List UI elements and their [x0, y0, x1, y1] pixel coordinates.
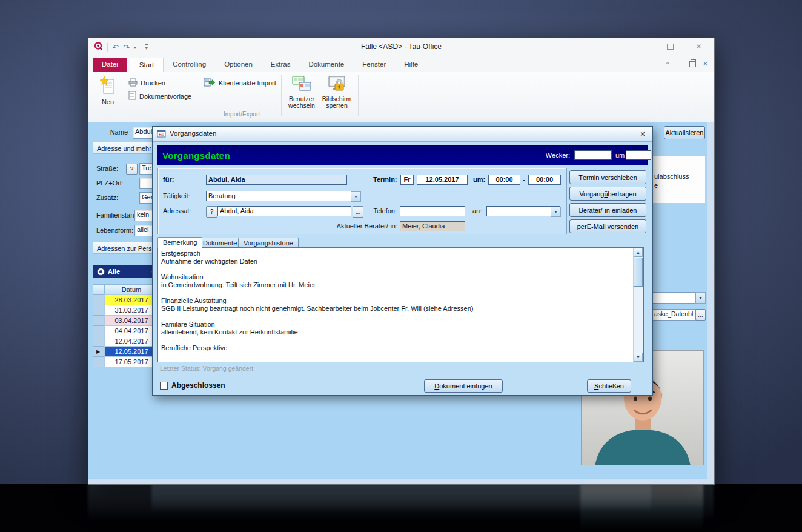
dialog-titlebar[interactable]: Vorgangsdaten ✕: [153, 127, 652, 142]
bildschirm-sperren-button[interactable]: Bildschirm sperren: [320, 75, 353, 109]
close-icon: ✕: [640, 130, 645, 138]
tab-hilfe[interactable]: Hilfe: [395, 58, 427, 72]
row-selector[interactable]: [93, 315, 105, 326]
scrollbar-thumb[interactable]: [634, 258, 643, 287]
abgeschlossen-checkbox[interactable]: [160, 382, 168, 390]
termin-verschieben-button[interactable]: Termin verschieben: [569, 170, 646, 184]
lebensform-label: Lebensform:: [96, 227, 133, 234]
maximize-icon: [667, 44, 674, 50]
klientenakte-import-label: Klientenakte Import: [219, 79, 276, 87]
termin-date-field[interactable]: 12.05.2017: [417, 175, 468, 185]
notes-scrollbar[interactable]: ▲ ▼: [633, 248, 643, 362]
table-row[interactable]: 12.04.2017: [104, 336, 159, 347]
table-row[interactable]: 04.04.2017: [104, 325, 159, 336]
benutzer-wechseln-label: Benutzer wechseln: [286, 96, 317, 109]
ribbon-separator: [199, 75, 199, 116]
row-selector[interactable]: [93, 356, 105, 367]
ribbon-tabs: Datei Start Controlling Optionen Extras …: [93, 58, 427, 72]
printer-icon: [128, 78, 138, 88]
row-selector[interactable]: [93, 325, 105, 336]
tab-vorgangshistorie[interactable]: Vorgangshistorie: [238, 238, 299, 248]
tab-controlling[interactable]: Controlling: [164, 58, 215, 72]
mdi-close-icon[interactable]: ✕: [703, 60, 708, 68]
import-icon: [204, 78, 216, 88]
info-text-fragment: ulabschluss: [654, 173, 689, 180]
termin-day-field[interactable]: Fr: [400, 175, 414, 185]
notes-textarea[interactable]: Erstgespräch Aufnahme der wichtigsten Da…: [158, 248, 633, 362]
adressat-browse-button[interactable]: ...: [353, 206, 363, 218]
plz-ort-label: PLZ+Ort:: [96, 179, 124, 187]
window-maximize-button[interactable]: [666, 42, 675, 51]
tab-fenster[interactable]: Fenster: [353, 58, 395, 72]
window-title: Fälle <ASD> - Tau-Office: [88, 42, 714, 51]
telefon-field[interactable]: [400, 206, 465, 216]
drucken-button[interactable]: Drucken: [128, 78, 165, 88]
aktualisieren-button[interactable]: Aktualisieren: [664, 126, 705, 139]
mdi-minimize-icon[interactable]: —: [676, 61, 683, 68]
table-header-datum[interactable]: Datum: [104, 284, 159, 295]
table-row[interactable]: 17.05.2017: [104, 356, 159, 367]
neu-button[interactable]: Neu: [93, 76, 122, 105]
dokument-einfuegen-button[interactable]: Dokument einfügen: [424, 379, 503, 393]
berater-field[interactable]: Meier, Claudia: [400, 221, 465, 231]
tab-extras[interactable]: Extras: [262, 58, 300, 72]
dialog-title: Vorgangsdaten: [170, 130, 216, 137]
email-versenden-button[interactable]: per E-Mail versenden: [569, 219, 646, 233]
adressat-field[interactable]: Abdul, Aida: [217, 206, 351, 216]
radio-alle[interactable]: [97, 268, 105, 276]
taetigkeit-combo-arrow-icon[interactable]: ▾: [351, 191, 361, 202]
scroll-up-button[interactable]: ▲: [634, 248, 643, 257]
window-bottom-frame: [88, 479, 714, 484]
adressat-help-button[interactable]: ?: [206, 206, 217, 218]
ribbon-collapse-icon[interactable]: ^: [666, 61, 669, 68]
table-header-selector: [93, 284, 105, 295]
time-to-field[interactable]: 00:00: [528, 175, 561, 185]
tab-dokumente[interactable]: Dokumente: [197, 238, 242, 248]
dokumentvorlage-button[interactable]: Dokumentvorlage: [128, 91, 191, 101]
table-row[interactable]: 03.04.2017: [104, 315, 159, 326]
schliessen-button[interactable]: Schließen: [587, 379, 631, 393]
lock-screen-icon: [328, 75, 346, 94]
tab-datei[interactable]: Datei: [93, 58, 127, 72]
an-combo-arrow-icon[interactable]: ▾: [551, 207, 561, 217]
datenblatt-field[interactable]: aske_Datenbl: [652, 309, 700, 321]
time-from-field[interactable]: 00:00: [488, 175, 520, 185]
mdi-restore-icon[interactable]: [689, 61, 696, 67]
strasse-help-button[interactable]: ?: [126, 164, 138, 175]
row-selector[interactable]: [93, 294, 105, 305]
taetigkeit-combo[interactable]: Beratung: [206, 191, 360, 201]
row-selector-selected[interactable]: ▶: [93, 346, 105, 357]
table-row-selected[interactable]: 12.05.2017: [104, 346, 159, 357]
wecker-time-field[interactable]: [574, 150, 612, 160]
benutzer-wechseln-button[interactable]: Benutzer wechseln: [286, 75, 317, 109]
fuer-label: für:: [163, 176, 174, 183]
tab-start[interactable]: Start: [130, 58, 164, 73]
window-minimize-button[interactable]: —: [637, 42, 646, 51]
neu-label: Neu: [102, 98, 114, 105]
an-combo[interactable]: [486, 206, 560, 216]
dialog-close-button[interactable]: ✕: [637, 128, 648, 139]
fuer-field[interactable]: Abdul, Aida: [206, 175, 347, 185]
table-row[interactable]: 31.03.2017: [104, 305, 159, 316]
vorgangsdaten-dialog: Vorgangsdaten ✕ Vorgangsdaten Wecker: um…: [152, 126, 653, 396]
klientenakte-import-button[interactable]: Klientenakte Import: [204, 78, 276, 88]
strasse-label: Straße:: [96, 165, 118, 172]
scroll-down-button[interactable]: ▼: [634, 353, 643, 362]
tab-optionen[interactable]: Optionen: [215, 58, 262, 72]
tab-dokumente[interactable]: Dokumente: [299, 58, 353, 72]
tab-bemerkung[interactable]: Bemerkung: [157, 237, 202, 248]
window-controls: — ✕: [637, 42, 703, 51]
wecker-um-field[interactable]: [626, 150, 651, 160]
row-selector[interactable]: [93, 305, 105, 316]
window-close-button[interactable]: ✕: [694, 42, 703, 51]
bildschirm-sperren-label: Bildschirm sperren: [320, 96, 353, 109]
ribbon: Neu Drucken Dokumentvorlage Kli: [88, 72, 714, 122]
berater-einladen-button[interactable]: Berater/-in einladen: [569, 203, 646, 217]
right-combo-arrow-icon[interactable]: ▾: [695, 292, 706, 304]
datenblatt-browse-button[interactable]: ...: [695, 309, 706, 321]
vorgang-uebertragen-button[interactable]: Vorgang übertragen: [569, 187, 646, 201]
scroll-up-icon: ▲: [636, 250, 640, 254]
familienstand-label: Familienstand:: [96, 211, 140, 219]
table-row[interactable]: 28.03.2017: [104, 294, 159, 305]
row-selector[interactable]: [93, 336, 105, 347]
